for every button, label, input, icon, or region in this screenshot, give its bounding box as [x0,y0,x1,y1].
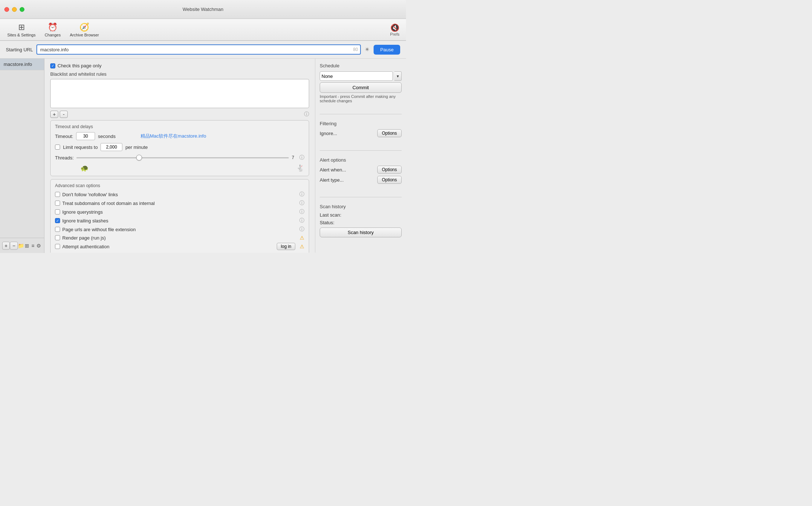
adv-label-0: Don't follow 'nofollow' links [62,192,297,197]
limit-requests-checkbox[interactable] [55,145,60,150]
adv-info-1[interactable]: ⓘ [299,200,304,206]
alert-options-section: Alert options Alert when... Options Aler… [320,157,402,186]
sidebar-item-macstore[interactable]: macstore.info [0,59,44,70]
adv-checkbox-5[interactable] [55,235,60,240]
adv-warning-6: ⚠ [300,244,304,249]
sidebar-add-button[interactable]: + [2,242,10,250]
commit-button[interactable]: Commit [320,82,402,93]
url-counter: 80 [353,47,358,52]
alert-type-row: Alert type... Options [320,176,402,184]
close-button[interactable] [4,7,9,12]
threads-row: Threads: 7 ⓘ [55,154,304,161]
adv-row-3: Ignore trailing slashes ⓘ [55,217,304,224]
last-scan-label: Last scan: [320,212,402,218]
titlebar: Website Watchman [0,0,406,19]
limit-requests-input[interactable] [100,143,122,151]
log-in-button[interactable]: log in [277,243,295,250]
status-label: Status: [320,220,402,225]
adv-checkbox-1[interactable] [55,201,60,206]
alert-when-options-button[interactable]: Options [377,166,402,174]
alert-when-row: Alert when... Options [320,166,402,174]
check-page-only-label: Check this page only [58,63,102,68]
adv-info-3[interactable]: ⓘ [299,217,304,224]
url-input[interactable] [36,44,361,55]
alert-type-label: Alert type... [320,177,375,183]
threads-slider-container [76,154,289,161]
app-title: Website Watchman [183,7,224,12]
advanced-scan-title: Advanced scan options [55,183,304,188]
main-layout: macstore.info Check this page only Black… [0,59,406,253]
toolbar-archive-browser[interactable]: 🧭 Archive Browser [66,21,103,39]
zoom-button[interactable] [20,7,24,12]
adv-label-3: Ignore trailing slashes [62,218,297,224]
timeout-input[interactable] [76,132,95,140]
filtering-section: Filtering Ignore... Options [320,121,402,139]
limit-requests-label: Limit requests to [63,145,98,150]
list-icon[interactable]: ≡ [30,242,36,250]
schedule-section: Schedule None ▼ Commit Important - press… [320,63,402,103]
watermark: 精品Mac软件尽在macstore.info [141,133,206,139]
content-inner: Check this page only Blacklist and white… [50,63,309,253]
adv-row-6: Attempt authentication log in ⚠ [55,243,304,250]
timeout-section: Timeout and delays Timeout: seconds 精品Ma… [50,120,309,176]
adv-checkbox-3[interactable] [55,218,60,223]
timeout-unit: seconds [98,134,115,139]
adv-checkbox-0[interactable] [55,192,60,197]
schedule-select-arrow[interactable]: ▼ [394,71,402,81]
remove-rule-button[interactable]: - [60,111,68,118]
add-rule-button[interactable]: + [50,111,58,118]
adv-info-2[interactable]: ⓘ [299,209,304,215]
timeout-label: Timeout: [55,134,73,139]
traffic-lights [4,7,24,12]
slider-track [76,157,289,158]
adv-row-0: Don't follow 'nofollow' links ⓘ [55,191,304,198]
divider-2 [320,150,402,151]
adv-label-6: Attempt authentication [62,244,275,249]
adv-checkbox-4[interactable] [55,227,60,232]
adv-info-4[interactable]: ⓘ [299,226,304,233]
pause-button[interactable]: Pause [374,45,400,55]
threads-value: 7 [292,155,294,160]
timeout-section-title: Timeout and delays [55,124,304,129]
changes-label: Changes [45,33,61,37]
check-page-only-row: Check this page only [50,63,309,68]
check-page-only-checkbox[interactable] [50,63,55,68]
alert-options-title: Alert options [320,157,402,163]
divider-3 [320,197,402,197]
commit-note: Important - press Commit after making an… [320,94,402,103]
status-row: Status: [320,220,402,225]
alert-type-options-button[interactable]: Options [377,176,402,184]
minimize-button[interactable] [12,7,17,12]
adv-checkbox-2[interactable] [55,209,60,214]
advanced-scan-section: Advanced scan options Don't follow 'nofo… [50,179,309,253]
sidebar-remove-button[interactable]: − [10,242,17,250]
gear-icon[interactable]: ⚙ [36,242,42,250]
adv-checkbox-6[interactable] [55,244,60,249]
threads-info-icon[interactable]: ⓘ [299,154,304,161]
divider-1 [320,114,402,114]
url-label: Starting URL [6,47,33,52]
ignore-label: Ignore... [320,131,375,136]
url-input-wrap: 80 [36,44,361,55]
toolbar-sites-settings[interactable]: ⊞ Sites & Settings [3,21,40,39]
blacklist-info-icon[interactable]: ⓘ [304,111,309,118]
toolbar-prefs[interactable]: 🔇 Prefs [387,22,402,38]
blacklist-label: Blacklist and whitelist rules [50,71,309,77]
adv-info-0[interactable]: ⓘ [299,191,304,198]
prefs-label: Prefs [390,32,399,36]
filtering-title: Filtering [320,121,402,126]
toolbar-changes[interactable]: ⏰ Changes [40,21,66,39]
speed-icons-row: 🐢 🐇 [55,164,304,172]
adv-label-2: Ignore querystrings [62,209,297,215]
slider-thumb[interactable] [136,155,142,161]
schedule-select[interactable]: None [320,71,393,81]
adv-row-5: Render page (run js) ⚠ [55,235,304,241]
blacklist-btn-row: + - ⓘ [50,111,309,118]
url-bar-area: Starting URL 80 ✴ Pause [0,41,406,59]
ignore-options-button[interactable]: Options [377,129,402,137]
scan-history-button[interactable]: Scan history [320,228,402,237]
grid-icon[interactable]: ⊞ [24,242,30,250]
sidebar-footer: + − 📁 ⊞ ≡ ⚙ [0,238,44,253]
blacklist-textarea[interactable] [50,79,309,108]
folder-icon[interactable]: 📁 [18,242,24,250]
